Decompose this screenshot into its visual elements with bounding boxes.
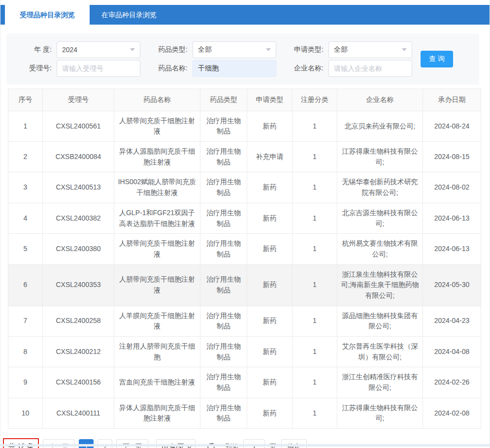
filter-row-2: 受理号: 药品名称: 企业名称:	[6, 60, 479, 77]
company-name-input[interactable]	[328, 60, 412, 77]
cell-reg-class: 1	[293, 398, 337, 428]
total-count-annotated: 共 12 条	[3, 438, 39, 448]
drug-type-select-value: 全部	[198, 45, 212, 54]
cell-seq: 8	[8, 337, 43, 367]
cell-drug-name: IHS002赋能人脐带间充质干细胞注射液	[114, 172, 200, 203]
cell-date: 2024-05-30	[423, 264, 481, 306]
cell-apply-type: 新药	[247, 306, 293, 336]
cell-drug-type: 治疗用生物制品	[200, 203, 247, 233]
tab-bar: 受理品种目录浏览 在审品种目录浏览	[0, 5, 490, 25]
cell-date: 2024-04-08	[423, 337, 481, 367]
cell-date: 2024-02-26	[423, 367, 481, 398]
cell-seq: 1	[8, 111, 43, 141]
header-company: 企业名称	[337, 89, 423, 111]
chevron-down-icon	[266, 48, 271, 51]
cell-apply-type: 新药	[247, 203, 293, 233]
cell-company: 杭州易文赛生物技术有限公司;	[337, 234, 423, 264]
year-select-value: 2024	[62, 46, 77, 54]
cell-reg-class: 1	[293, 337, 337, 367]
cell-drug-name: 异体人源脂肪间充质干细胞注射液	[114, 142, 200, 172]
cell-drug-type: 治疗用生物制品	[200, 337, 247, 367]
cell-seq: 5	[8, 234, 43, 264]
table-row[interactable]: 5 CXSL2400380 人脐带间充质干细胞注射液 治疗用生物制品 新药 1 …	[8, 234, 481, 264]
catalog-browser-page: 受理品种目录浏览 在审品种目录浏览 年 度: 2024 药品类型: 全部 申请类…	[0, 0, 490, 448]
cell-date: 2024-08-15	[423, 142, 481, 172]
cell-drug-type: 治疗用生物制品	[200, 111, 247, 141]
table-row[interactable]: 1 CXSL2400561 人脐带间充质干细胞注射液 治疗用生物制品 新药 1 …	[8, 111, 481, 141]
drug-name-label: 药品名称:	[149, 64, 188, 73]
cell-seq: 9	[8, 367, 43, 398]
cell-acceptance-no: CXSL2400382	[43, 203, 114, 233]
cell-company: 北京吉源生物科技有限公司;	[337, 203, 423, 233]
table-row[interactable]: 4 CXSL2400382 人GLP-1和FGF21双因子高表达脂肪干细胞注射液…	[8, 203, 481, 233]
cell-drug-name: 人羊膜间充质干细胞注射液	[114, 306, 200, 336]
cell-acceptance-no: CXSL2400513	[43, 172, 114, 203]
cell-company: 无锡华泰创新药技术研究院有限公司;	[337, 172, 423, 203]
cell-seq: 2	[8, 142, 43, 172]
cell-drug-name: 人脐带间充质干细胞注射液	[114, 264, 200, 306]
cell-company: 浙江生创精准医疗科技有限公司;	[337, 367, 423, 398]
tab-accepted-catalog[interactable]: 受理品种目录浏览	[5, 5, 90, 25]
cell-acceptance-no: CXSB2400084	[43, 142, 114, 172]
cell-apply-type: 新药	[247, 398, 293, 428]
cell-drug-name: 人GLP-1和FGF21双因子高表达脂肪干细胞注射液	[114, 203, 200, 233]
chevron-down-icon	[130, 48, 135, 51]
cell-seq: 7	[8, 306, 43, 336]
acceptance-no-input[interactable]	[57, 60, 140, 77]
cell-drug-type: 治疗用生物制品	[200, 398, 247, 428]
cell-drug-type: 治疗用生物制品	[200, 264, 247, 306]
cell-acceptance-no: CXSL2400353	[43, 264, 114, 306]
cell-apply-type: 新药	[247, 234, 293, 264]
cell-seq: 10	[8, 398, 43, 428]
cell-reg-class: 1	[293, 142, 337, 172]
table-row[interactable]: 2 CXSB2400084 异体人源脂肪间充质干细胞注射液 治疗用生物制品 补充…	[8, 142, 481, 172]
cell-reg-class: 1	[293, 264, 337, 306]
search-button[interactable]: 查询	[421, 51, 453, 67]
cell-reg-class: 1	[293, 203, 337, 233]
cell-reg-class: 1	[293, 172, 337, 203]
cell-company: 北京贝来药业有限公司;	[337, 111, 423, 141]
cell-drug-name: 注射用人脐带间充质干细胞	[114, 337, 200, 367]
cell-acceptance-no: CXSL2400156	[43, 367, 114, 398]
cell-company: 江苏得康生物科技有限公司;	[337, 142, 423, 172]
cell-company: 浙江泉生生物科技有限公司;海南新生泉干细胞药物有限公司;	[337, 264, 423, 306]
table-row[interactable]: 3 CXSL2400513 IHS002赋能人脐带间充质干细胞注射液 治疗用生物…	[8, 172, 481, 203]
drug-name-input[interactable]	[193, 60, 276, 77]
cell-drug-type: 治疗用生物制品	[200, 172, 247, 203]
cell-apply-type: 补充申请	[247, 142, 293, 172]
cell-company: 源品细胞生物科技集团有限公司;	[337, 306, 423, 336]
cell-acceptance-no: CXSL2400212	[43, 337, 114, 367]
cell-acceptance-no: CXSL2400258	[43, 306, 114, 336]
company-name-label: 企业名称:	[285, 64, 324, 73]
drug-type-select[interactable]: 全部	[193, 41, 276, 58]
cell-date: 2024-02-08	[423, 398, 481, 428]
table-row-highlighted[interactable]: 6 CXSL2400353 人脐带间充质干细胞注射液 治疗用生物制品 新药 1 …	[8, 264, 481, 306]
header-apply-type: 申请类型	[247, 89, 293, 111]
apply-type-label: 申请类型:	[285, 45, 324, 54]
table-row[interactable]: 7 CXSL2400258 人羊膜间充质干细胞注射液 治疗用生物制品 新药 1 …	[8, 306, 481, 336]
tab-under-review-catalog[interactable]: 在审品种目录浏览	[90, 5, 168, 25]
pagination-bar: 共 12 条 上一页 1 2 下一页 10 条/页 到第 页 确定	[3, 438, 484, 448]
table-row[interactable]: 9 CXSL2400156 宫血间充质干细胞注射液 治疗用生物制品 新药 1 浙…	[8, 367, 481, 398]
year-label: 年 度:	[6, 45, 52, 54]
cell-drug-name: 人脐带间充质干细胞注射液	[114, 111, 200, 141]
header-acceptance-no: 受理号	[43, 89, 114, 111]
table-header-row: 序号 受理号 药品名称 药品类型 申请类型 注册分类 企业名称 承办日期	[8, 89, 481, 111]
drug-type-label: 药品类型:	[149, 45, 188, 54]
cell-reg-class: 1	[293, 367, 337, 398]
table-row[interactable]: 10 CXSL2400111 异体人源脂肪间充质干细胞注射液 治疗用生物制品 新…	[8, 398, 481, 428]
cell-date: 2024-04-23	[423, 306, 481, 336]
cell-company: 江苏得康生物科技有限公司;	[337, 398, 423, 428]
cell-date: 2024-06-13	[423, 203, 481, 233]
cell-reg-class: 1	[293, 111, 337, 141]
cell-acceptance-no: CXSL2400380	[43, 234, 114, 264]
cell-apply-type: 新药	[247, 172, 293, 203]
cell-date: 2024-06-13	[423, 234, 481, 264]
filter-row-1: 年 度: 2024 药品类型: 全部 申请类型: 全部	[6, 41, 479, 58]
cell-drug-name: 宫血间充质干细胞注射液	[114, 367, 200, 398]
table-row[interactable]: 8 CXSL2400212 注射用人脐带间充质干细胞 治疗用生物制品 新药 1 …	[8, 337, 481, 367]
year-select[interactable]: 2024	[57, 41, 140, 58]
bottom-divider	[0, 444, 490, 447]
cell-acceptance-no: CXSL2400561	[43, 111, 114, 141]
apply-type-select[interactable]: 全部	[328, 41, 412, 58]
